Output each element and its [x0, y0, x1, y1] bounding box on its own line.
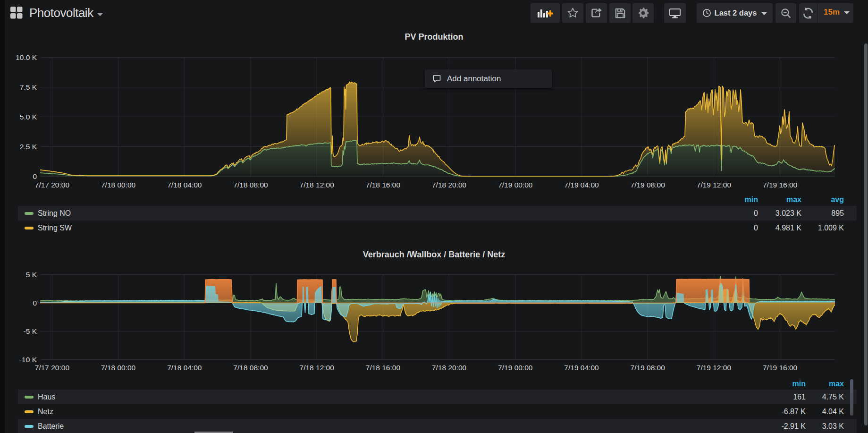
svg-text:7/18 00:00: 7/18 00:00: [101, 364, 136, 372]
svg-text:7/18 12:00: 7/18 12:00: [300, 364, 335, 372]
svg-text:7/19 04:00: 7/19 04:00: [564, 181, 599, 189]
svg-text:7/19 08:00: 7/19 08:00: [631, 364, 666, 372]
svg-text:7/19 08:00: 7/19 08:00: [631, 181, 666, 189]
svg-text:7/18 20:00: 7/18 20:00: [432, 364, 467, 372]
svg-text:0: 0: [33, 172, 37, 180]
svg-text:7/19 12:00: 7/19 12:00: [697, 181, 732, 189]
svg-text:7/19 16:00: 7/19 16:00: [763, 181, 798, 189]
svg-text:7/17 20:00: 7/17 20:00: [35, 181, 70, 189]
svg-text:7/18 12:00: 7/18 12:00: [300, 181, 335, 189]
svg-text:7/18 08:00: 7/18 08:00: [233, 364, 268, 372]
svg-text:7/19 12:00: 7/19 12:00: [697, 364, 732, 372]
svg-text:7/17 20:00: 7/17 20:00: [35, 364, 70, 372]
svg-text:5.0 K: 5.0 K: [20, 113, 37, 121]
svg-text:7/18 04:00: 7/18 04:00: [167, 364, 202, 372]
svg-text:7.5 K: 7.5 K: [20, 83, 37, 91]
svg-text:7/19 00:00: 7/19 00:00: [498, 364, 533, 372]
svg-text:-10 K: -10 K: [19, 356, 37, 364]
svg-text:7/18 16:00: 7/18 16:00: [366, 181, 401, 189]
svg-text:10.0 K: 10.0 K: [16, 53, 37, 61]
svg-text:7/18 08:00: 7/18 08:00: [233, 181, 268, 189]
svg-text:7/19 00:00: 7/19 00:00: [498, 181, 533, 189]
svg-text:5 K: 5 K: [26, 271, 37, 279]
svg-text:2.5 K: 2.5 K: [20, 143, 37, 151]
svg-text:7/19 04:00: 7/19 04:00: [564, 364, 599, 372]
svg-text:0: 0: [33, 299, 37, 307]
svg-text:7/18 00:00: 7/18 00:00: [101, 181, 136, 189]
svg-text:-5 K: -5 K: [24, 327, 37, 335]
svg-text:7/18 04:00: 7/18 04:00: [167, 181, 202, 189]
svg-text:7/18 20:00: 7/18 20:00: [432, 181, 467, 189]
svg-text:7/19 16:00: 7/19 16:00: [763, 364, 798, 372]
svg-text:7/18 16:00: 7/18 16:00: [366, 364, 401, 372]
